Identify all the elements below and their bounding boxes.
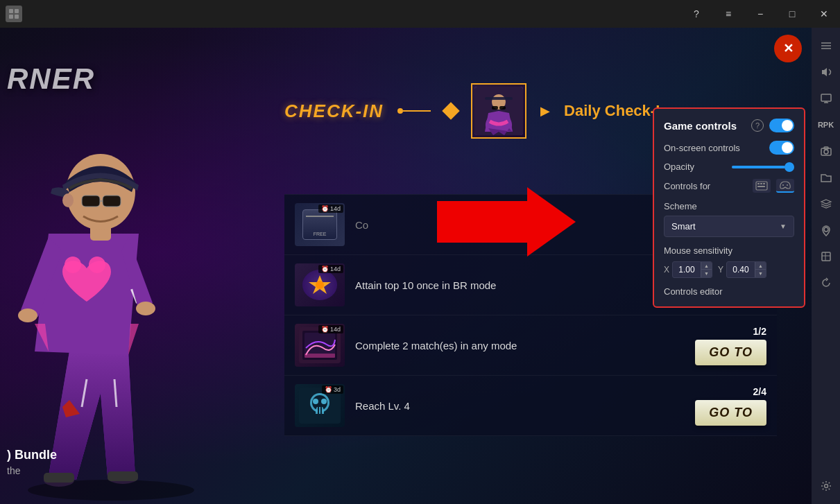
sidebar-expand-icon[interactable]: [814, 33, 839, 58]
svg-rect-50: [763, 183, 765, 184]
sidebar-display-icon[interactable]: [814, 86, 839, 111]
controls-editor-row[interactable]: Controls editor: [664, 286, 794, 297]
quest-thumbnail-1: ⏰14d: [295, 203, 345, 246]
quest-row: ⏰14d Complete 2 match(es) in any mode 1/…: [284, 315, 777, 376]
opacity-slider-track[interactable]: [732, 166, 794, 168]
x-up-arrow[interactable]: ▲: [701, 262, 712, 270]
help-button[interactable]: ?: [680, 0, 712, 28]
dot: [397, 108, 403, 114]
panel-header: Game controls ?: [664, 119, 794, 132]
chevron-down-icon: ▼: [780, 223, 787, 230]
svg-rect-1: [15, 9, 19, 13]
svg-point-10: [824, 485, 828, 488]
maximize-button[interactable]: □: [776, 0, 808, 28]
opacity-slider-fill: [732, 166, 785, 168]
opacity-label: Opacity: [664, 162, 694, 172]
sidebar-camera-icon[interactable]: [814, 139, 839, 164]
x-arrows: ▲ ▼: [701, 262, 712, 277]
svg-point-44: [321, 399, 327, 404]
sidebar-sound-icon[interactable]: [814, 60, 839, 85]
svg-rect-15: [108, 471, 138, 481]
svg-rect-49: [760, 183, 762, 184]
x-down-arrow[interactable]: ▼: [701, 270, 712, 277]
timer-4: ⏰3d: [322, 385, 343, 394]
svg-rect-3: [15, 15, 19, 19]
svg-rect-48: [757, 183, 760, 184]
keyboard-icon[interactable]: [753, 179, 771, 193]
panel-header-icons: ?: [751, 119, 794, 132]
close-window-button[interactable]: ✕: [808, 0, 840, 28]
gamepad-icon[interactable]: [776, 179, 794, 193]
y-arrows: ▲ ▼: [755, 262, 766, 277]
svg-point-19: [89, 257, 105, 273]
scheme-label: Scheme: [664, 201, 794, 211]
main-toggle[interactable]: [769, 119, 794, 132]
controls-for-row: Controls for: [664, 179, 794, 193]
panel-help-icon[interactable]: ?: [751, 119, 764, 132]
sensitivity-label: Mouse sensitivity: [664, 245, 794, 256]
quest-text-2: Attain top 10 once in BR mode: [355, 278, 687, 293]
scheme-section: Scheme Smart ▼: [664, 201, 794, 237]
x-axis-label: X: [664, 265, 669, 275]
goto-button-4[interactable]: GO TO: [695, 400, 766, 426]
x-sensitivity-field: X 1.00 ▲ ▼: [664, 261, 712, 278]
checkin-character-box: [471, 83, 526, 139]
connector-line: [403, 110, 431, 112]
minimize-button[interactable]: −: [744, 0, 776, 28]
checkin-header: CHECK-IN: [284, 83, 669, 139]
svg-point-52: [787, 184, 788, 186]
on-screen-toggle[interactable]: [769, 141, 794, 155]
quest-row: ⏰3d Reach Lv. 4 2/4 GO TO: [284, 376, 777, 436]
x-input-group: 1.00 ▲ ▼: [672, 261, 712, 278]
y-axis-label: Y: [718, 265, 723, 275]
char-thumbnail: [474, 87, 523, 135]
sidebar-layers-icon[interactable]: [814, 191, 839, 216]
opacity-slider-thumb[interactable]: [785, 162, 794, 172]
svg-rect-26: [82, 195, 100, 207]
sidebar-folder-icon[interactable]: [814, 165, 839, 190]
quest-thumbnail-2: ⏰14d: [295, 263, 345, 306]
y-sensitivity-field: Y 0.40 ▲ ▼: [718, 261, 766, 278]
svg-point-35: [316, 281, 324, 289]
sidebar-location-icon[interactable]: [814, 218, 839, 243]
x-value: 1.00: [673, 262, 701, 277]
connector: [397, 108, 431, 114]
title-bar-controls: ? ≡ − □ ✕: [680, 0, 840, 28]
game-controls-panel: Game controls ? On-screen controls Opaci…: [653, 107, 805, 308]
svg-rect-14: [44, 473, 74, 483]
svg-rect-9: [822, 252, 830, 261]
sidebar-right: RPK: [812, 28, 840, 504]
timer-3: ⏰14d: [318, 325, 343, 333]
y-input-group: 0.40 ▲ ▼: [726, 261, 766, 278]
scheme-dropdown[interactable]: Smart ▼: [664, 216, 794, 237]
sidebar-refresh-icon[interactable]: [814, 270, 839, 295]
red-arrow: [437, 187, 576, 257]
menu-button[interactable]: ≡: [712, 0, 744, 28]
svg-rect-39: [305, 354, 335, 358]
timer-2: ⏰14d: [318, 265, 343, 273]
panel-title: Game controls: [664, 120, 737, 132]
bundle-label: ) Bundle: [7, 448, 57, 462]
sensitivity-inputs: X 1.00 ▲ ▼ Y 0.40 ▲ ▼: [664, 261, 794, 278]
sidebar-gear-icon[interactable]: [814, 473, 839, 498]
controls-icons: [753, 179, 794, 193]
character-area: RNER: [0, 28, 264, 504]
y-up-arrow[interactable]: ▲: [755, 262, 766, 270]
svg-point-29: [62, 193, 74, 207]
sidebar-layers2-icon[interactable]: [814, 244, 839, 269]
svg-rect-34: [499, 106, 506, 110]
sidebar-gamepad-icon[interactable]: RPK: [814, 112, 839, 137]
goto-button-3[interactable]: GO TO: [695, 340, 766, 365]
checkin-right-arrow: ▶: [540, 103, 550, 119]
checkin-label: CHECK-IN: [284, 101, 384, 122]
svg-rect-32: [485, 97, 513, 100]
under-text: the: [7, 465, 20, 476]
timer-1: ⏰14d: [318, 205, 343, 213]
title-bar-left: [0, 6, 22, 22]
close-panel-button[interactable]: ✕: [774, 35, 802, 62]
svg-rect-4: [821, 94, 831, 101]
y-down-arrow[interactable]: ▼: [755, 270, 766, 277]
svg-rect-2: [9, 15, 13, 19]
controls-for-label: Controls for: [664, 181, 710, 191]
quest-progress-value-4: 2/4: [753, 386, 766, 397]
